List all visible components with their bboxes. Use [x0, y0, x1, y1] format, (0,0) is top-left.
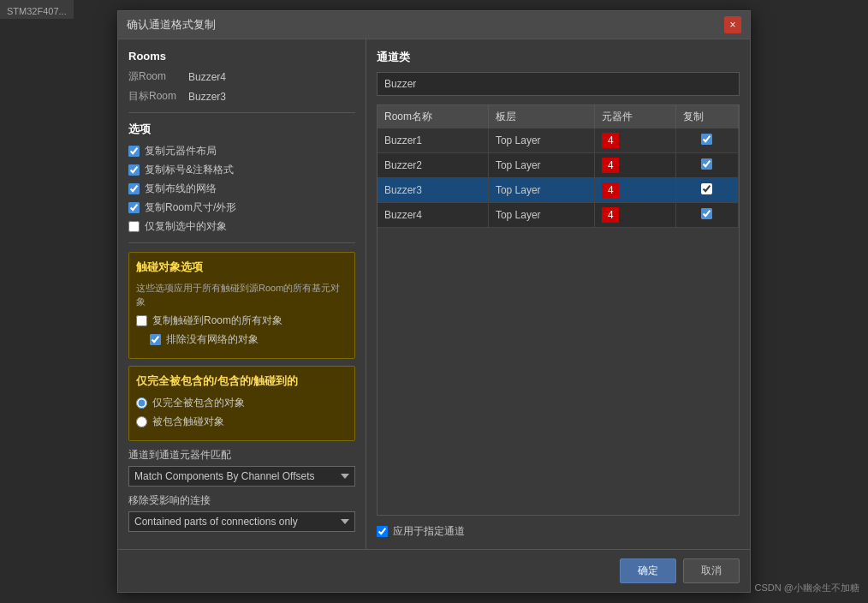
table-body: Buzzer1Top Layer4Buzzer2Top Layer4Buzzer… — [378, 128, 739, 228]
source-room-value: Buzzer4 — [188, 71, 226, 83]
option-1-checkbox[interactable] — [128, 146, 140, 157]
options-section: 选项 复制元器件布局 复制标号&注释格式 复制布线的网络 — [128, 122, 355, 234]
touch-section: 触碰对象选项 这些选项应用于所有触碰到源Room的所有基元对象 复制触碰到Roo… — [128, 252, 355, 359]
source-room-label: 源Room — [128, 69, 188, 84]
table-header-row: Room名称 板层 元器件 复制 — [378, 105, 739, 128]
copy-checkbox[interactable] — [701, 134, 712, 145]
contain-radio-2[interactable] — [136, 416, 147, 427]
table-row[interactable]: Buzzer1Top Layer4 — [378, 128, 739, 153]
channel-match-dropdown[interactable]: Match Components By Channel Offsets Matc… — [128, 466, 355, 487]
target-room-row: 目标Room Buzzer3 — [128, 89, 355, 104]
option-3-label: 复制布线的网络 — [145, 182, 217, 196]
channel-table: Room名称 板层 元器件 复制 Buzzer1Top Layer4Buzzer… — [378, 105, 739, 228]
component-count: 4 — [602, 207, 619, 223]
option-2-checkbox[interactable] — [128, 164, 140, 176]
cell-layer: Top Layer — [488, 178, 594, 203]
apply-label: 应用于指定通道 — [393, 524, 465, 539]
cell-room-name: Buzzer3 — [378, 178, 488, 203]
cell-copy[interactable] — [675, 203, 738, 228]
option-5-checkbox[interactable] — [128, 221, 140, 232]
touch-sub-option-1: 排除没有网络的对象 — [150, 332, 348, 347]
cell-components: 4 — [595, 128, 676, 153]
cell-layer: Top Layer — [488, 203, 594, 228]
option-2: 复制标号&注释格式 — [128, 163, 355, 177]
source-room-row: 源Room Buzzer4 — [128, 69, 355, 84]
cell-copy[interactable] — [675, 128, 738, 153]
dialog: 确认通道格式复制 × Rooms 源Room Buzzer4 目标Room Bu… — [117, 10, 751, 593]
remove-affected-section: 移除受影响的连接 Contained parts of connections … — [128, 493, 355, 532]
cell-components: 4 — [595, 203, 676, 228]
right-panel: 通道类 Buzzer Room名称 板层 元器件 复制 — [366, 39, 750, 549]
touch-header: 触碰对象选项 — [136, 260, 348, 275]
copy-checkbox[interactable] — [701, 158, 712, 170]
copy-checkbox[interactable] — [701, 183, 712, 194]
option-2-label: 复制标号&注释格式 — [145, 163, 234, 177]
option-3: 复制布线的网络 — [128, 182, 355, 196]
cell-copy[interactable] — [675, 153, 738, 178]
apply-row: 应用于指定通道 — [377, 524, 465, 539]
table-row[interactable]: Buzzer3Top Layer4 — [378, 178, 739, 203]
cell-room-name: Buzzer4 — [378, 203, 488, 228]
watermark: CSDN @小幽余生不加糖 — [755, 582, 859, 594]
contain-header: 仅完全被包含的/包含的/触碰到的 — [136, 373, 348, 389]
channel-table-wrapper: Room名称 板层 元器件 复制 Buzzer1Top Layer4Buzzer… — [377, 104, 740, 516]
option-5-label: 仅复制选中的对象 — [145, 219, 227, 234]
component-count: 4 — [602, 182, 619, 198]
option-1-label: 复制元器件布局 — [145, 144, 217, 158]
cell-components: 4 — [595, 153, 676, 178]
option-4-label: 复制Room尺寸/外形 — [145, 200, 236, 215]
channel-type: Buzzer — [377, 72, 740, 96]
channel-match-section: 通道到通道元器件匹配 Match Components By Channel O… — [128, 448, 355, 487]
component-count: 4 — [602, 158, 619, 173]
left-panel: Rooms 源Room Buzzer4 目标Room Buzzer3 选项 复制… — [118, 39, 366, 549]
channel-match-header: 通道到通道元器件匹配 — [128, 448, 355, 463]
contain-radio-1[interactable] — [136, 397, 147, 409]
bottom-section: 应用于指定通道 — [377, 516, 740, 539]
col-copy: 复制 — [675, 105, 738, 128]
confirm-button[interactable]: 确定 — [620, 558, 676, 583]
contain-label-1: 仅完全被包含的对象 — [152, 396, 245, 410]
touch-desc: 这些选项应用于所有触碰到源Room的所有基元对象 — [136, 282, 348, 308]
cell-copy[interactable] — [675, 178, 738, 203]
contain-section: 仅完全被包含的/包含的/触碰到的 仅完全被包含的对象 被包含触碰对象 — [128, 366, 355, 441]
component-count: 4 — [602, 133, 619, 148]
col-layer: 板层 — [488, 105, 594, 128]
touch-option-1-checkbox[interactable] — [136, 315, 147, 326]
cell-components: 4 — [595, 178, 676, 203]
close-button[interactable]: × — [724, 16, 741, 33]
contain-option-2: 被包含触碰对象 — [136, 415, 348, 429]
channel-header: 通道类 — [377, 50, 740, 65]
option-4-checkbox[interactable] — [128, 202, 140, 213]
col-room-name: Room名称 — [378, 105, 488, 128]
remove-affected-dropdown[interactable]: Contained parts of connections only All … — [128, 511, 355, 532]
option-5: 仅复制选中的对象 — [128, 219, 355, 234]
rooms-header: Rooms — [128, 50, 355, 63]
touch-option-1-label: 复制触碰到Room的所有对象 — [152, 313, 282, 328]
col-components: 元器件 — [595, 105, 676, 128]
table-row[interactable]: Buzzer2Top Layer4 — [378, 153, 739, 178]
touch-sub-option-1-label: 排除没有网络的对象 — [166, 332, 259, 347]
cell-room-name: Buzzer1 — [378, 128, 488, 153]
cell-layer: Top Layer — [488, 153, 594, 178]
target-room-value: Buzzer3 — [188, 91, 226, 103]
target-room-label: 目标Room — [128, 89, 188, 104]
option-4: 复制Room尺寸/外形 — [128, 200, 355, 215]
contain-label-2: 被包含触碰对象 — [152, 415, 224, 429]
touch-sub-option-1-checkbox[interactable] — [150, 334, 161, 345]
dialog-title: 确认通道格式复制 — [127, 17, 216, 33]
touch-option-1: 复制触碰到Room的所有对象 — [136, 313, 348, 328]
remove-affected-header: 移除受影响的连接 — [128, 493, 355, 508]
table-row[interactable]: Buzzer4Top Layer4 — [378, 203, 739, 228]
dialog-titlebar: 确认通道格式复制 × — [118, 11, 750, 39]
dialog-footer: 确定 取消 — [118, 549, 750, 592]
option-3-checkbox[interactable] — [128, 183, 140, 194]
option-1: 复制元器件布局 — [128, 144, 355, 158]
contain-option-1: 仅完全被包含的对象 — [136, 396, 348, 410]
cell-room-name: Buzzer2 — [378, 153, 488, 178]
cell-layer: Top Layer — [488, 128, 594, 153]
options-header: 选项 — [128, 122, 355, 137]
copy-checkbox[interactable] — [701, 208, 712, 219]
cancel-button[interactable]: 取消 — [683, 558, 740, 583]
apply-checkbox[interactable] — [377, 526, 388, 537]
dialog-body: Rooms 源Room Buzzer4 目标Room Buzzer3 选项 复制… — [118, 39, 750, 549]
